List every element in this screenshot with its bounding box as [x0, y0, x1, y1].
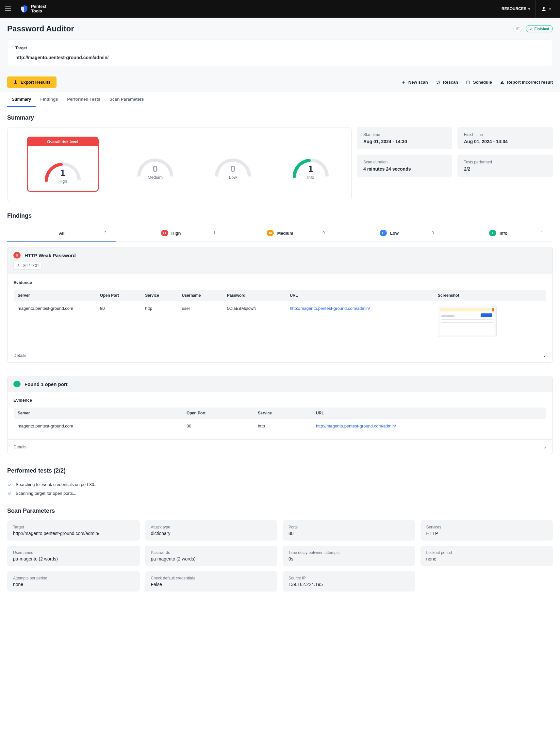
list-item: Searching for weak credentials on port 8… [7, 480, 553, 489]
ip-badge: IP [513, 26, 522, 32]
severity-badge: H [13, 252, 21, 259]
download-icon [13, 80, 18, 85]
summary-title: Summary [7, 114, 553, 121]
logo-text: PentestTools [31, 4, 46, 14]
param-card: Attempts per periodnone [7, 571, 140, 592]
performed-tests-title: Performed tests (2/2) [7, 467, 553, 474]
findings-tab-high[interactable]: H High 1 [116, 225, 225, 242]
findings-tab-low[interactable]: L Low 0 [335, 225, 444, 242]
target-panel: Target http://magento.pentest-ground.com… [7, 40, 553, 66]
tests-performed-card: Tests performed 2/2 [457, 155, 553, 177]
status-badge: Finished [526, 25, 553, 32]
duration-card: Scan duration 4 minutes 24 seconds [357, 155, 452, 177]
param-card: Check default credentialsFalse [145, 571, 278, 592]
params-title: Scan Parameters [7, 508, 553, 514]
finish-time-card: Finish time Aug 01, 2024 - 14:34 [457, 127, 553, 149]
export-button[interactable]: Export Results [7, 76, 57, 88]
param-card: Attack typedictionary [145, 520, 278, 541]
gauge-panel: Overall risk level 1 High 0 Medium 0 Low… [7, 127, 352, 201]
main-tabs: Summary Findings Performed Tests Scan Pa… [0, 92, 560, 107]
new-scan-button[interactable]: New scan [401, 80, 428, 85]
evidence-table: Server Open Port Service URL magento.pen… [13, 407, 547, 433]
port-badge: 80 / TCP [13, 262, 41, 270]
warning-icon [500, 80, 504, 85]
rescan-button[interactable]: Rescan [436, 80, 458, 85]
param-card: Ports80 [283, 520, 415, 541]
chevron-down-icon: ▾ [549, 7, 551, 11]
check-icon [7, 491, 12, 496]
params-grid: Targethttp://magento.pentest-ground.com/… [7, 520, 553, 592]
evidence-label: Evidence [13, 398, 547, 403]
schedule-button[interactable]: Schedule [466, 80, 492, 85]
user-icon [541, 6, 547, 12]
performed-tests-list: Searching for weak credentials on port 8… [7, 480, 553, 498]
menu-icon[interactable] [4, 5, 12, 13]
info-badge: I [489, 230, 496, 236]
finding-card-1: H HTTP Weak Password 80 / TCP Evidence S… [7, 247, 553, 363]
gauge-medium: 0 Medium [134, 149, 176, 180]
shield-icon [20, 5, 28, 13]
findings-title: Findings [7, 212, 553, 219]
page-header: Password Auditor IP Finished [0, 18, 560, 33]
logo[interactable]: PentestTools [20, 4, 46, 14]
page-title: Password Auditor [7, 24, 74, 33]
table-row: magento.pentest-ground.com 80 http user … [14, 301, 547, 342]
check-icon [7, 482, 12, 487]
svg-rect-1 [467, 81, 469, 84]
calendar-icon [466, 80, 470, 85]
tab-findings[interactable]: Findings [36, 92, 62, 107]
details-toggle[interactable]: Details ⌄ [8, 439, 552, 454]
gauge-low: 0 Low [212, 149, 254, 180]
chevron-down-icon: ▾ [528, 7, 530, 11]
severity-badge: I [13, 381, 21, 387]
findings-tab-medium[interactable]: M Medium 0 [225, 225, 335, 242]
action-bar: Export Results New scan Rescan Schedule … [0, 73, 560, 92]
low-badge: L [380, 230, 387, 236]
topbar: PentestTools RESOURCES ▾ ▾ [0, 0, 560, 18]
param-card: Lockout periodnone [420, 546, 553, 566]
findings-tab-all[interactable]: All 2 [7, 225, 116, 242]
svg-point-0 [543, 7, 545, 9]
findings-tabs: All 2 H High 1 M Medium 0 L Low 0 I Info… [7, 225, 553, 242]
finding-title: HTTP Weak Password [25, 253, 76, 258]
tab-params[interactable]: Scan Parameters [105, 92, 149, 107]
details-toggle[interactable]: Details ⌄ [8, 348, 552, 362]
tab-summary[interactable]: Summary [7, 92, 36, 107]
check-icon [529, 27, 533, 31]
evidence-url-link[interactable]: http://magento.pentest-ground.com/admin/ [290, 306, 370, 311]
findings-tab-info[interactable]: I Info 1 [444, 225, 553, 242]
svg-point-5 [19, 266, 20, 267]
svg-point-2 [502, 83, 502, 83]
overall-risk-header: Overall risk level [28, 138, 98, 146]
medium-badge: M [267, 230, 274, 236]
evidence-url-link[interactable]: http://magento.pentest-ground.com/admin/ [316, 424, 396, 428]
param-card: Usernamespa-magento (2 words) [7, 546, 140, 566]
param-card: Targethttp://magento.pentest-ground.com/… [7, 520, 140, 541]
overall-risk-box: Overall risk level 1 High [27, 137, 99, 192]
param-card: Time delay between attempts0s [283, 546, 415, 566]
report-button[interactable]: Report incorrect result [500, 80, 553, 85]
resources-menu[interactable]: RESOURCES ▾ [496, 0, 535, 18]
chevron-down-icon: ⌄ [543, 353, 547, 358]
plus-icon [401, 80, 406, 85]
param-card: Passwordspa-magento (2 words) [145, 546, 278, 566]
evidence-label: Evidence [13, 280, 547, 285]
screenshot-thumbnail[interactable] [438, 306, 497, 337]
svg-point-4 [17, 266, 18, 267]
finding-title: Found 1 open port [25, 381, 68, 387]
refresh-icon [436, 80, 440, 85]
chevron-down-icon: ⌄ [543, 444, 547, 449]
table-row: magento.pentest-ground.com 80 http http:… [14, 419, 547, 433]
finding-card-2: I Found 1 open port Evidence Server Open… [7, 376, 553, 454]
param-card: ServicesHTTP [420, 520, 553, 541]
network-icon [16, 264, 21, 268]
param-card: Source IP139.162.224.195 [283, 571, 415, 592]
user-menu[interactable]: ▾ [535, 0, 556, 18]
target-value: http://magento.pentest-ground.com/admin/ [15, 55, 545, 60]
tab-performed[interactable]: Performed Tests [62, 92, 105, 107]
gauge-info: 1 Info [289, 149, 332, 180]
evidence-table: Server Open Port Service Username Passwo… [13, 290, 547, 342]
divider [16, 4, 16, 14]
target-label: Target [15, 46, 545, 50]
start-time-card: Start time Aug 01, 2024 - 14:30 [357, 127, 452, 149]
